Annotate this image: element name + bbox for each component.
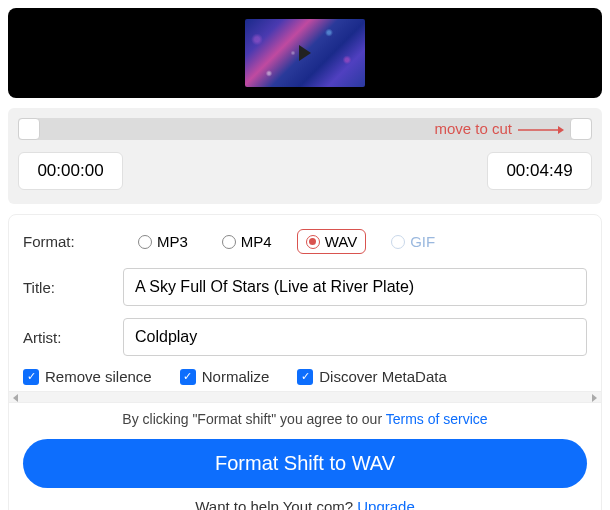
play-icon [299, 45, 311, 61]
horizontal-scrollbar[interactable] [9, 391, 601, 403]
time-row [18, 152, 592, 190]
discover-metadata-checkbox[interactable]: ✓Discover MetaData [297, 368, 447, 385]
hint-text: move to cut [434, 120, 512, 137]
upgrade-link[interactable]: Upgrade [357, 498, 415, 510]
trim-slider-region: move to cut [8, 108, 602, 204]
video-preview[interactable] [8, 8, 602, 98]
format-radio-gif[interactable]: GIF [382, 229, 444, 254]
trim-handle-start[interactable] [18, 118, 40, 140]
options-panel: Format: MP3 MP4 WAV GIF Title: Artist: ✓… [8, 214, 602, 510]
video-thumbnail [245, 19, 365, 87]
trim-handle-end[interactable] [570, 118, 592, 140]
checkbox-row: ✓Remove silence ✓Normalize ✓Discover Met… [23, 368, 587, 385]
arrow-right-icon [518, 125, 564, 135]
format-radio-wav[interactable]: WAV [297, 229, 367, 254]
artist-input[interactable] [123, 318, 587, 356]
terms-link[interactable]: Terms of service [386, 411, 488, 427]
terms-text: By clicking "Format shift" you agree to … [23, 411, 587, 427]
upgrade-text: Want to help Yout.com? Upgrade [23, 498, 587, 510]
format-row: Format: MP3 MP4 WAV GIF [23, 229, 587, 254]
format-label: Format: [23, 233, 113, 250]
trim-track: move to cut [18, 118, 592, 140]
artist-label: Artist: [23, 329, 123, 346]
start-time-input[interactable] [18, 152, 123, 190]
title-input[interactable] [123, 268, 587, 306]
move-to-cut-hint: move to cut [434, 120, 564, 137]
title-label: Title: [23, 279, 123, 296]
format-shift-button[interactable]: Format Shift to WAV [23, 439, 587, 488]
normalize-checkbox[interactable]: ✓Normalize [180, 368, 270, 385]
artist-row: Artist: [23, 318, 587, 356]
end-time-input[interactable] [487, 152, 592, 190]
format-radio-mp4[interactable]: MP4 [213, 229, 281, 254]
format-radio-mp3[interactable]: MP3 [129, 229, 197, 254]
title-row: Title: [23, 268, 587, 306]
check-icon: ✓ [183, 371, 192, 382]
svg-marker-1 [558, 126, 564, 134]
remove-silence-checkbox[interactable]: ✓Remove silence [23, 368, 152, 385]
check-icon: ✓ [27, 371, 36, 382]
check-icon: ✓ [301, 371, 310, 382]
